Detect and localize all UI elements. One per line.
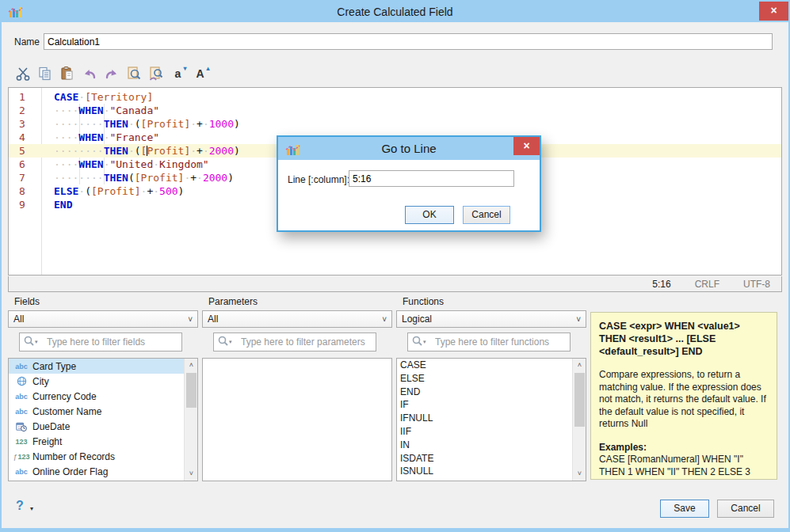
line-text: ········THEN([Profit]·+·2000)	[54, 172, 234, 184]
create-calculated-field-window: Create Calculated Field × Name a▾A▴ 1CAS…	[0, 0, 790, 532]
cut-icon	[15, 66, 31, 82]
field-item[interactable]: 123Freight	[9, 434, 197, 449]
window-titlebar: Create Calculated Field ×	[2, 2, 788, 22]
line-text: ELSE·([Profit]·+·500)	[54, 185, 184, 197]
function-item[interactable]: ISNULL	[397, 465, 586, 478]
date-clock-icon: 12	[12, 421, 31, 432]
field-label: Freight	[32, 436, 62, 447]
line-number: 5	[9, 144, 40, 158]
function-item[interactable]: END	[397, 386, 586, 399]
editor-line[interactable]: 3········THEN·([Profit]·+·1000)	[9, 117, 781, 131]
field-item[interactable]: abcOnline Order Flag	[9, 464, 197, 479]
examples-label: Examples:	[599, 442, 769, 454]
functions-type-dropdown[interactable]: Logical ˅	[396, 310, 586, 328]
line-text: ····WHEN·"United·Kingdom"	[54, 158, 209, 170]
field-label: Currency Code	[32, 391, 97, 402]
undo-button[interactable]	[79, 64, 99, 83]
field-item[interactable]: abcCurrency Code	[9, 389, 197, 404]
parameters-type-dropdown[interactable]: All ˅	[202, 310, 392, 328]
line-number: 8	[9, 184, 40, 198]
parameters-filter: ▾	[213, 332, 376, 352]
function-item[interactable]: CASE	[397, 359, 586, 372]
fields-filter-input[interactable]	[19, 332, 182, 352]
redo-button[interactable]	[101, 64, 121, 83]
paste-icon	[59, 66, 75, 82]
paste-button[interactable]	[57, 64, 77, 83]
editor-line[interactable]: 1CASE·[Territory]	[9, 90, 781, 104]
name-input[interactable]	[44, 33, 773, 50]
ok-button[interactable]: OK	[405, 206, 454, 224]
font-decrease-button[interactable]: a▾	[168, 64, 188, 83]
dialog-body: Line [:column]: OK Cancel	[278, 160, 540, 230]
find-replace-button[interactable]	[146, 64, 166, 83]
globe-icon	[12, 376, 31, 386]
cut-button[interactable]	[13, 64, 32, 83]
function-item[interactable]: IFNULL	[397, 412, 586, 425]
window-close-button[interactable]: ×	[759, 2, 788, 21]
font-increase-button[interactable]: A▴	[190, 64, 210, 83]
function-item[interactable]: ELSE	[397, 372, 586, 386]
dialog-titlebar: Go to Line ×	[278, 137, 540, 160]
scroll-down-icon[interactable]: ˅	[185, 467, 198, 481]
parameters-filter-input[interactable]	[213, 332, 376, 352]
scroll-thumb[interactable]	[186, 373, 197, 408]
find-button[interactable]	[124, 64, 143, 83]
line-number: 2	[9, 104, 40, 117]
fields-panel-label: Fields	[14, 296, 40, 307]
field-item[interactable]: abcCard Type	[9, 359, 197, 374]
cancel-button[interactable]: Cancel	[717, 500, 774, 518]
fields-type-dropdown[interactable]: All ˅	[8, 310, 198, 328]
line-column-input[interactable]	[349, 170, 514, 187]
editor-status-bar: 5:16 CRLF UTF-8	[8, 276, 782, 292]
functions-list: CASEELSEENDIFIFNULLIIFINISDATEISNULL ˄ ˅	[396, 358, 586, 481]
line-text: ········THEN·([Profit]·+·2000)	[54, 145, 240, 157]
field-label: Number of Records	[32, 451, 115, 462]
caret-down-icon[interactable]: ▾	[30, 505, 33, 512]
field-label: Customer Name	[32, 406, 101, 417]
functions-scrollbar[interactable]: ˄ ˅	[572, 359, 586, 481]
window-title: Create Calculated Field	[2, 2, 788, 22]
go-to-line-dialog: Go to Line × Line [:column]: OK Cancel	[277, 135, 541, 232]
save-button[interactable]: Save	[660, 500, 709, 518]
field-item[interactable]: 12DueDate	[9, 419, 197, 434]
function-item[interactable]: IIF	[397, 425, 586, 439]
abc-icon: abc	[12, 408, 31, 416]
help-button[interactable]: ?	[16, 499, 24, 513]
copy-button[interactable]	[35, 64, 55, 83]
fields-filter: ▾	[19, 332, 182, 352]
font-increase-icon: A▴	[196, 68, 204, 79]
function-help-panel: CASE <expr> WHEN <value1> THEN <result1>…	[590, 312, 777, 480]
field-label: City	[32, 376, 49, 387]
scroll-up-icon[interactable]: ˄	[185, 359, 198, 372]
function-item[interactable]: IF	[397, 398, 586, 412]
scroll-thumb[interactable]	[574, 373, 585, 427]
function-item[interactable]: ISDATE	[397, 452, 586, 466]
line-text: END	[54, 199, 72, 211]
field-item[interactable]: abcCustomer Name	[9, 404, 197, 419]
dialog-cancel-button[interactable]: Cancel	[463, 206, 510, 224]
dialog-title: Go to Line	[278, 137, 540, 160]
line-number: 4	[9, 131, 40, 144]
line-ending: CRLF	[695, 279, 719, 290]
parameters-panel-label: Parameters	[208, 296, 258, 307]
abc-icon: abc	[12, 363, 31, 370]
scroll-up-icon[interactable]: ˄	[573, 359, 586, 372]
number-formula-icon: ƒ123	[12, 453, 31, 461]
number-icon: 123	[12, 438, 31, 446]
line-text: ····WHEN·"Canada"	[54, 104, 159, 116]
field-item[interactable]: ƒ123Number of Records	[9, 449, 197, 464]
field-item[interactable]: City	[9, 374, 197, 389]
editor-line[interactable]: 2····WHEN·"Canada"	[9, 104, 781, 117]
fields-list: abcCard TypeCityabcCurrency CodeabcCusto…	[8, 358, 198, 481]
line-number: 9	[9, 198, 40, 211]
function-item[interactable]: IN	[397, 439, 586, 452]
fields-scrollbar[interactable]: ˄ ˅	[184, 359, 197, 481]
function-signature: CASE <expr> WHEN <value1> THEN <result1>…	[599, 320, 769, 358]
line-column-label: Line [:column]:	[288, 174, 349, 185]
dialog-close-button[interactable]: ×	[513, 137, 540, 155]
functions-filter-input[interactable]	[407, 332, 571, 352]
functions-filter: ▾	[407, 332, 571, 352]
scroll-down-icon[interactable]: ˅	[573, 467, 586, 481]
font-decrease-icon: a▾	[175, 68, 181, 79]
cursor-position: 5:16	[652, 279, 670, 290]
